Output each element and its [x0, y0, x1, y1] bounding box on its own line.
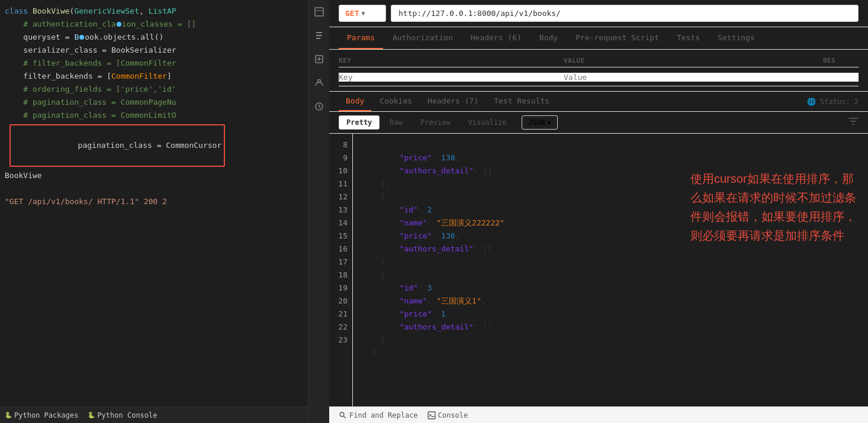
code-line	[0, 182, 308, 195]
code-line: # pagination_class = CommonLimitO	[0, 109, 308, 122]
line-num: 13	[334, 204, 348, 217]
code-token: ListAP	[149, 5, 176, 18]
code-line: # authentication_claion_classes = []	[0, 18, 308, 31]
method-dropdown[interactable]: GET ▼	[339, 5, 386, 22]
status-badge: 🌐 Status: 2	[807, 98, 859, 106]
tab-body[interactable]: Body	[531, 27, 566, 49]
code-token: serializer_class = BookSerializer	[5, 44, 176, 57]
postman-panel: GET ▼ Params Authorization Headers (6) B…	[329, 0, 868, 423]
code-token: pagination_class = CommonCursor	[59, 141, 221, 150]
filter-icon[interactable]	[848, 116, 859, 129]
python-packages-tab[interactable]: 🐍 Python Packages	[5, 411, 78, 419]
code-token: # pagination_class = CommonLimitO	[5, 109, 176, 122]
sidebar-icon-3[interactable]	[312, 52, 326, 66]
line-num: 20	[334, 295, 348, 308]
resp-tab-cookies[interactable]: Cookies	[372, 92, 419, 111]
code-line: # ordering_fields = ['price','id'	[0, 83, 308, 96]
sidebar-icon-2[interactable]	[312, 28, 326, 43]
format-tab-raw[interactable]: Raw	[382, 115, 410, 130]
line-num: 16	[334, 243, 348, 256]
code-line: queryset = Book.objects.all()	[0, 31, 308, 44]
line-numbers: 8 9 10 11 12 13 14 15 16 17 18 19 20 21	[329, 134, 353, 406]
resp-tab-headers[interactable]: Headers (7)	[420, 92, 486, 111]
console-icon	[427, 411, 436, 419]
line-num: 8	[334, 138, 348, 151]
response-tabs: Body Cookies Headers (7) Test Results	[339, 92, 557, 111]
code-token: BookViwe	[5, 169, 42, 182]
format-type-dropdown[interactable]: JSON ▼	[522, 115, 558, 130]
code-line: # filter_backends = [CommonFilter	[0, 57, 308, 70]
console-button[interactable]: Console	[427, 411, 468, 419]
globe-icon: 🌐	[807, 98, 816, 106]
line-num: 14	[334, 217, 348, 230]
response-tabs-bar: Body Cookies Headers (7) Test Results 🌐 …	[329, 92, 868, 112]
response-body: 8 9 10 11 12 13 14 15 16 17 18 19 20 21	[329, 134, 868, 406]
line-num: 9	[334, 151, 348, 164]
tab-tests[interactable]: Tests	[668, 27, 708, 49]
line-num: 11	[334, 177, 348, 190]
tab-pre-request-script[interactable]: Pre-request Script	[567, 27, 667, 49]
params-table: KEY VALUE DES	[329, 50, 868, 91]
tab-label: Python Console	[97, 411, 157, 419]
code-line: # pagination_class = CommonPageNu	[0, 96, 308, 109]
editor-bottom-bar: 🐍 Python Packages 🐍 Python Console	[0, 406, 308, 423]
resp-tab-test-results[interactable]: Test Results	[487, 92, 557, 111]
response-section: Body Cookies Headers (7) Test Results 🌐 …	[329, 91, 868, 406]
editor-content: class BookViwe(GenericViewSet, ListAP # …	[0, 0, 308, 406]
format-tab-pretty[interactable]: Pretty	[339, 115, 380, 130]
sidebar-icon-clock[interactable]	[312, 99, 326, 114]
tab-icon: 🐍	[88, 412, 95, 418]
resp-tab-body[interactable]: Body	[339, 92, 371, 111]
response-content-wrapper: 8 9 10 11 12 13 14 15 16 17 18 19 20 21	[329, 134, 868, 406]
col-value-header: VALUE	[564, 57, 823, 64]
code-token: # authentication_cla	[5, 18, 116, 31]
editor-panel: class BookViwe(GenericViewSet, ListAP # …	[0, 0, 308, 423]
sidebar-icon-4[interactable]	[312, 76, 326, 90]
code-token: ion_classes = []	[122, 18, 196, 31]
code-line: filter_backends = [CommonFilter]	[0, 70, 308, 83]
url-input[interactable]	[391, 5, 859, 22]
console-label: Console	[438, 411, 468, 419]
request-bar: GET ▼	[329, 0, 868, 27]
annotation-dot	[79, 35, 84, 40]
request-tabs: Params Authorization Headers (6) Body Pr…	[329, 27, 868, 50]
tab-params[interactable]: Params	[339, 27, 383, 49]
code-token: BookViwe	[33, 5, 70, 18]
method-arrow: ▼	[361, 10, 365, 17]
code-token: CommonFilter	[111, 70, 167, 83]
side-icons-panel	[308, 0, 329, 423]
code-token: ]	[167, 70, 172, 83]
svg-point-5	[340, 412, 344, 416]
line-num: 12	[334, 190, 348, 204]
tab-headers[interactable]: Headers (6)	[462, 27, 530, 49]
code-token: filter_backends = [	[5, 70, 111, 83]
col-desc-header: DES	[823, 57, 859, 64]
code-token: ook.objects.all()	[85, 31, 163, 44]
tab-authorization[interactable]: Authorization	[384, 27, 461, 49]
find-replace-button[interactable]: Find and Replace	[339, 411, 418, 419]
format-tab-preview[interactable]: Preview	[413, 115, 458, 130]
annotation-dot	[117, 22, 121, 27]
key-input[interactable]	[339, 73, 564, 82]
line-num: 10	[334, 164, 348, 177]
sidebar-icon-1[interactable]	[312, 5, 326, 19]
code-token: # ordering_fields = ['price','id'	[5, 83, 176, 96]
response-body-content[interactable]: 8 9 10 11 12 13 14 15 16 17 18 19 20 21	[329, 134, 868, 406]
python-console-tab[interactable]: 🐍 Python Console	[88, 411, 157, 419]
code-line-highlighted: pagination_class = CommonCursor	[5, 124, 303, 167]
tab-icon: 🐍	[5, 412, 12, 418]
line-num: 17	[334, 256, 348, 269]
line-num: 15	[334, 230, 348, 243]
params-row-empty	[339, 67, 859, 86]
code-token: (	[70, 5, 75, 18]
value-input[interactable]	[564, 73, 859, 82]
code-token: ,	[139, 5, 149, 18]
tab-settings[interactable]: Settings	[709, 27, 763, 49]
dropdown-arrow: ▼	[548, 120, 551, 126]
code-token: class	[5, 5, 33, 18]
code-line: class BookViwe(GenericViewSet, ListAP	[0, 5, 308, 18]
code-token: # pagination_class = CommonPageNu	[5, 96, 176, 109]
format-tab-visualize[interactable]: Visualize	[461, 115, 515, 130]
code-line: BookViwe	[0, 169, 308, 182]
code-area: class BookViwe(GenericViewSet, ListAP # …	[0, 0, 308, 213]
